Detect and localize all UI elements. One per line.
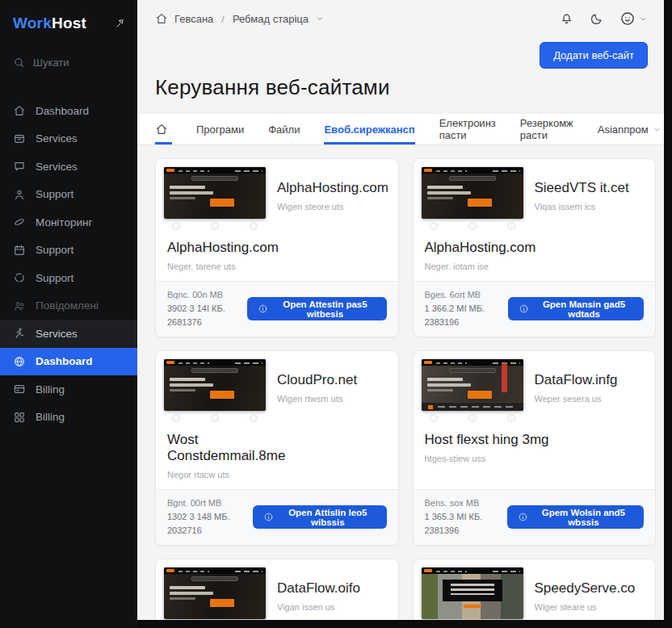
circle-icon (13, 271, 26, 284)
sidebar-item[interactable]: Support (0, 264, 137, 292)
website-card: SieedVTS it.cet Viqas issem ics AlphaHos… (413, 158, 657, 337)
sidebar-item[interactable]: Billing (0, 375, 137, 404)
page-head: Додати веб-сайт Керування веб-сайтами (137, 37, 664, 100)
sidebar-item-label: Services (36, 132, 78, 144)
card-top: CloudPro.net Wigen rtwsm uts (156, 351, 398, 425)
site-stats: Bens. sox MB 1 365.3 МІ КБ. 2381396 (425, 496, 507, 538)
card-top: DataFlow.infg Weper sesera us (414, 351, 656, 425)
card-top: SpeedyServe.co Wiger steare us (414, 559, 656, 620)
site-preview-thumbnail[interactable] (422, 567, 523, 620)
sidebar-item[interactable]: Support (0, 237, 137, 265)
breadcrumb: Гевсана / Ребмад старіца (155, 12, 325, 25)
user-menu[interactable] (620, 10, 648, 27)
tab[interactable] (155, 114, 172, 144)
app-window: WorkHost Шукати Dashboard Services Servi… (0, 0, 672, 628)
open-admin-button-label: Gpem Wolsin and5 wbssis (534, 508, 633, 527)
users-icon (13, 299, 26, 312)
card-title-block: SieedVTS it.cet Viqas issem ics (535, 167, 629, 233)
pin-icon[interactable] (115, 18, 126, 29)
open-admin-button[interactable]: Open Attislin leo5 wibssis (253, 505, 386, 529)
tab-label: Програми (196, 124, 244, 136)
card-title-block: AlphaHosting.com Wigen steore uts (277, 167, 388, 233)
sidebar-item[interactable]: Support (0, 181, 137, 209)
sidebar-item-label: Повідомлені (36, 299, 99, 312)
card-footer: Bens. sox MB 1 365.3 МІ КБ. 2381396 Gpem… (414, 489, 656, 545)
box-icon (13, 132, 26, 145)
open-admin-button[interactable]: Open Attestin pas5 witbesis (247, 297, 386, 320)
card-middle: AlphaHosting.com Neger. tarene uts (156, 233, 398, 281)
person-icon (13, 188, 26, 201)
preview-dots (164, 411, 266, 425)
open-admin-button[interactable]: Gpen Mansin gad5 wdtads (508, 297, 644, 320)
website-card: DataFlow.oifo Vigan issen us Host Movste… (155, 559, 399, 620)
card-action-icons (551, 432, 642, 450)
preview-dots (422, 619, 523, 620)
open-admin-button[interactable]: Gpem Wolsin and5 wbssis (507, 505, 644, 529)
card-title: SieedVTS it.cet (535, 180, 629, 196)
site-preview-thumbnail[interactable] (422, 359, 523, 425)
sidebar-item-label: Моніторинг (36, 216, 92, 228)
card-subtitle: Wigen rtwsm uts (277, 394, 357, 404)
home-icon[interactable] (155, 12, 168, 25)
card-action-icons (294, 432, 385, 450)
site-preview-image (422, 167, 523, 219)
site-stats: Bqnc. 00n MB 3902 3 14І КБ. 2681376 (167, 288, 247, 329)
tab-label: Файли (268, 124, 300, 136)
tab[interactable]: Резеркомж pасти (520, 114, 573, 144)
site-name: AlphaHosting.com (167, 240, 279, 256)
card-icon (13, 383, 26, 396)
sidebar-item-label: Dashboard (36, 105, 89, 117)
sidebar-item[interactable]: Моніторинг (0, 208, 137, 237)
tab[interactable]: Електроинз пасти (439, 114, 496, 144)
chat-icon (13, 160, 26, 173)
site-preview-thumbnail[interactable] (164, 359, 266, 425)
sidebar-item[interactable]: Повідомлені (0, 292, 137, 320)
calendar-icon (13, 244, 26, 257)
stat-line-1: Bens. sox MB (425, 496, 507, 510)
sidebar-item[interactable]: Services (0, 153, 137, 181)
card-footer: Bges. 6ort MB 1 366.2 МІ МБ. 2383196 Gpe… (414, 281, 656, 337)
bell-icon[interactable] (560, 12, 573, 26)
sidebar-item[interactable]: Services (0, 320, 137, 348)
stat-line-1: Bqnc. 00n MB (167, 288, 247, 302)
breadcrumb-current[interactable]: Ребмад старіца (233, 13, 309, 25)
sidebar-item-label: Support (36, 272, 74, 284)
add-website-button[interactable]: Додати веб-сайт (540, 42, 648, 69)
site-preview-thumbnail[interactable] (164, 567, 266, 620)
site-preview-thumbnail[interactable] (422, 167, 523, 233)
website-card: SpeedyServe.co Wiger steare us Vizet Hes… (413, 559, 657, 620)
card-subtitle: Weper sesera us (535, 394, 618, 404)
chevron-down-icon[interactable] (315, 14, 325, 23)
site-preview-image (164, 567, 266, 619)
tab[interactable]: Файли (268, 114, 300, 144)
sidebar-nav: Dashboard Services Services Support Моні… (0, 97, 137, 431)
tabs: Програми Файли Евоб.сирежкансп Електроин… (155, 114, 662, 144)
tab[interactable]: Asianпром (598, 114, 662, 144)
moon-icon[interactable] (590, 12, 603, 26)
preview-dots (422, 411, 523, 425)
sidebar-item-label: Services (36, 328, 78, 340)
stat-line-2: 1302 3 148 МБ. 2032716 (167, 510, 253, 538)
sidebar-item[interactable]: Dashboard (0, 97, 137, 125)
tab[interactable]: Евоб.сирежкансп (324, 114, 414, 144)
preview-dots (422, 219, 523, 233)
card-subtitle: Wiger steare us (535, 602, 636, 612)
stat-line-1: Bgnt. 00rt MB (167, 496, 253, 510)
chevron-down-icon (653, 125, 662, 134)
stat-line-1: Bges. 6ort MB (425, 288, 509, 302)
card-subtitle: Viqas issem ics (535, 202, 629, 211)
breadcrumb-home[interactable]: Гевсана (174, 13, 213, 25)
sidebar-search[interactable]: Шукати (0, 48, 137, 76)
site-preview-thumbnail[interactable] (164, 167, 266, 233)
tab[interactable]: Програми (196, 114, 244, 144)
sidebar-item[interactable]: Services (0, 125, 137, 153)
card-top: SieedVTS it.cet Viqas issem ics (414, 159, 656, 233)
website-card: CloudPro.net Wigen rtwsm uts Wost Constd… (155, 350, 399, 546)
top-bar: Гевсана / Ребмад старіца (137, 0, 664, 37)
sidebar-item[interactable]: Dashboard (0, 348, 137, 376)
sidebar: WorkHost Шукати Dashboard Services Servi… (0, 0, 137, 628)
sidebar-item[interactable]: Billing (0, 404, 137, 432)
site-stats: Bges. 6ort MB 1 366.2 МІ МБ. 2383196 (425, 288, 509, 329)
page-title: Керування веб-сайтами (155, 75, 648, 100)
card-middle: Host flexst hing 3mg htges-stiew uss (414, 425, 656, 473)
